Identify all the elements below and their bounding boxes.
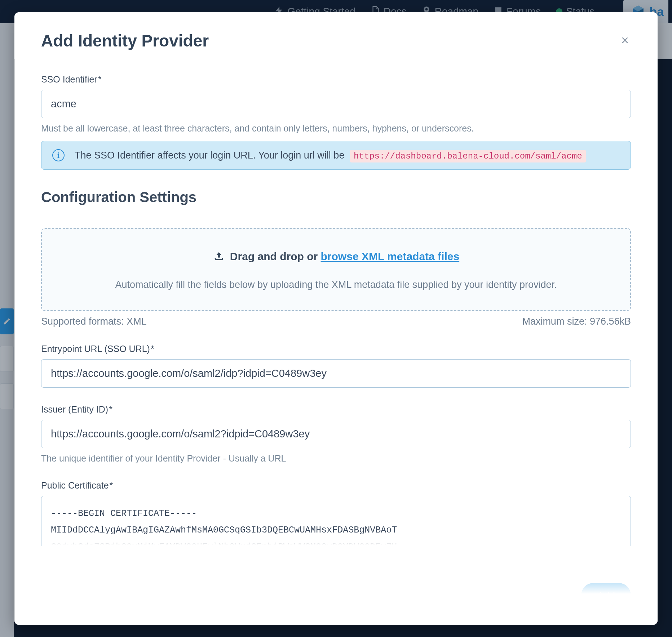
add-idp-modal: Add Identity Provider × SSO Identifier* … <box>14 12 658 625</box>
sso-info-banner: i The SSO Identifier affects your login … <box>41 141 631 170</box>
public-cert-textarea[interactable] <box>41 496 631 546</box>
sso-identifier-helper: Must be all lowercase, at least three ch… <box>41 123 631 134</box>
sso-identifier-input[interactable] <box>41 90 631 118</box>
sso-identifier-label: SSO Identifier* <box>41 74 631 85</box>
issuer-label: Issuer (Entity ID)* <box>41 404 631 415</box>
modal-title: Add Identity Provider <box>41 31 619 50</box>
add-button[interactable]: Add <box>581 583 631 609</box>
close-icon: × <box>621 33 629 48</box>
upload-icon <box>213 250 225 263</box>
close-button[interactable]: × <box>619 29 631 52</box>
dropzone-subtext: Automatically fill the fields below by u… <box>56 279 616 290</box>
login-url-code: https://dashboard.balena-cloud.com/saml/… <box>350 150 586 162</box>
metadata-dropzone[interactable]: Drag and drop or browse XML metadata fil… <box>41 228 631 311</box>
dropzone-main: Drag and drop or browse XML metadata fil… <box>213 250 459 263</box>
info-icon: i <box>52 149 65 161</box>
entrypoint-label: Entrypoint URL (SSO URL)* <box>41 344 631 354</box>
entrypoint-url-input[interactable] <box>41 359 631 388</box>
browse-files-link[interactable]: browse XML metadata files <box>321 250 460 262</box>
modal-footer: Add <box>581 583 631 609</box>
issuer-helper: The unique identifier of your Identity P… <box>41 453 631 464</box>
config-heading: Configuration Settings <box>41 189 631 212</box>
issuer-input[interactable] <box>41 420 631 448</box>
cert-label: Public Certificate* <box>41 480 631 491</box>
modal-body: SSO Identifier* Must be all lowercase, a… <box>14 52 658 625</box>
max-size: Maximum size: 976.56kB <box>522 316 631 327</box>
info-text: The SSO Identifier affects your login UR… <box>75 150 586 161</box>
modal-header: Add Identity Provider × <box>14 12 658 52</box>
supported-formats: Supported formats: XML <box>41 316 147 327</box>
dropzone-footer: Supported formats: XML Maximum size: 976… <box>41 316 631 327</box>
